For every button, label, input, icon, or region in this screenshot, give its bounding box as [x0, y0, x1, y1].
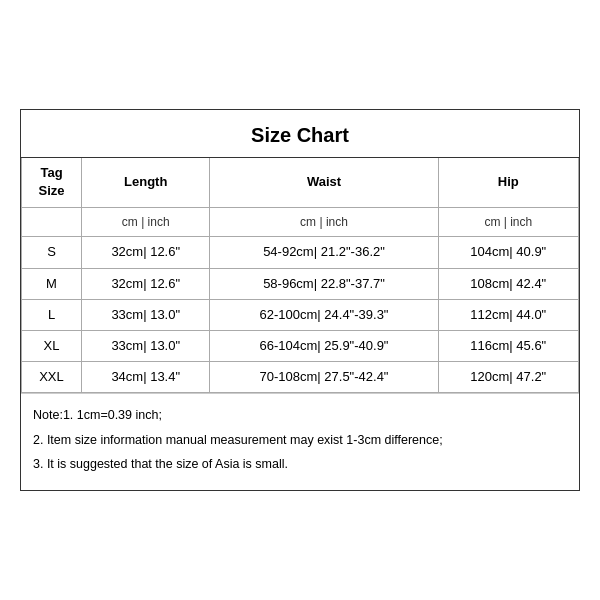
cell-length: 33cm| 13.0": [82, 330, 210, 361]
size-chart: Size Chart TagSize Length Waist Hip cm |…: [20, 109, 580, 491]
cell-hip: 116cm| 45.6": [438, 330, 578, 361]
size-table: TagSize Length Waist Hip cm | inch cm | …: [21, 158, 579, 393]
note-1: Note:1. 1cm=0.39 inch;: [33, 404, 567, 427]
subheader-length: cm | inch: [82, 207, 210, 237]
cell-size: S: [22, 237, 82, 268]
cell-size: XXL: [22, 362, 82, 393]
chart-title: Size Chart: [21, 110, 579, 158]
cell-size: L: [22, 299, 82, 330]
sub-header-row: cm | inch cm | inch cm | inch: [22, 207, 579, 237]
cell-waist: 62-100cm| 24.4"-39.3": [210, 299, 438, 330]
cell-waist: 70-108cm| 27.5"-42.4": [210, 362, 438, 393]
cell-hip: 120cm| 47.2": [438, 362, 578, 393]
header-row: TagSize Length Waist Hip: [22, 158, 579, 207]
cell-size: M: [22, 268, 82, 299]
cell-waist: 58-96cm| 22.8"-37.7": [210, 268, 438, 299]
note-2: 2. Item size information manual measurem…: [33, 429, 567, 452]
cell-hip: 112cm| 44.0": [438, 299, 578, 330]
cell-length: 32cm| 12.6": [82, 268, 210, 299]
table-row: S32cm| 12.6"54-92cm| 21.2"-36.2"104cm| 4…: [22, 237, 579, 268]
cell-hip: 104cm| 40.9": [438, 237, 578, 268]
header-length: Length: [82, 158, 210, 207]
header-tag-size: TagSize: [22, 158, 82, 207]
cell-size: XL: [22, 330, 82, 361]
cell-waist: 54-92cm| 21.2"-36.2": [210, 237, 438, 268]
cell-length: 34cm| 13.4": [82, 362, 210, 393]
cell-waist: 66-104cm| 25.9"-40.9": [210, 330, 438, 361]
subheader-tag-size: [22, 207, 82, 237]
subheader-hip: cm | inch: [438, 207, 578, 237]
cell-length: 33cm| 13.0": [82, 299, 210, 330]
table-row: XL33cm| 13.0"66-104cm| 25.9"-40.9"116cm|…: [22, 330, 579, 361]
header-hip: Hip: [438, 158, 578, 207]
table-body: S32cm| 12.6"54-92cm| 21.2"-36.2"104cm| 4…: [22, 237, 579, 393]
table-row: XXL34cm| 13.4"70-108cm| 27.5"-42.4"120cm…: [22, 362, 579, 393]
subheader-waist: cm | inch: [210, 207, 438, 237]
note-3: 3. It is suggested that the size of Asia…: [33, 453, 567, 476]
table-row: M32cm| 12.6"58-96cm| 22.8"-37.7"108cm| 4…: [22, 268, 579, 299]
notes-section: Note:1. 1cm=0.39 inch; 2. Item size info…: [21, 393, 579, 490]
cell-hip: 108cm| 42.4": [438, 268, 578, 299]
table-row: L33cm| 13.0"62-100cm| 24.4"-39.3"112cm| …: [22, 299, 579, 330]
header-waist: Waist: [210, 158, 438, 207]
cell-length: 32cm| 12.6": [82, 237, 210, 268]
